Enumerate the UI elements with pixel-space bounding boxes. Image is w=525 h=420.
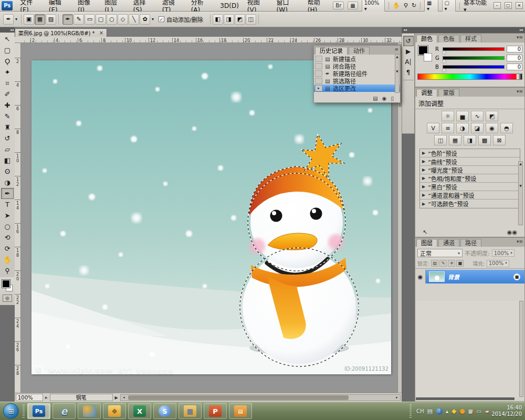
network-icon[interactable]: ▦✕ xyxy=(468,408,473,414)
channel-slider[interactable] xyxy=(443,65,505,69)
auto-add-delete-checkbox[interactable]: ✓ xyxy=(159,16,164,22)
layers-scrollbar[interactable] xyxy=(519,301,523,397)
slider-thumb[interactable] xyxy=(442,68,446,71)
presets-scrollbar[interactable]: ▲▼ xyxy=(518,161,523,225)
expand-arrow-icon[interactable]: ▶ xyxy=(422,184,425,189)
lock-button[interactable]: ▨ xyxy=(431,260,438,267)
status-menu-arrow[interactable]: ▶ xyxy=(115,395,118,400)
minimize-button[interactable]: – xyxy=(494,2,501,9)
menu-item[interactable]: 选择(S) xyxy=(129,0,158,12)
tool-button[interactable]: ⌗ xyxy=(1,78,14,89)
tool-preset-arrow-icon[interactable]: ▾ xyxy=(15,17,17,22)
history-source-well[interactable] xyxy=(315,63,322,69)
volume-muted-icon[interactable]: ◄✕ xyxy=(485,408,489,414)
menu-item[interactable]: 文件(F) xyxy=(16,0,45,12)
collapse-icon[interactable]: ◂◂ xyxy=(403,27,407,33)
menu-item[interactable]: 视图(V) xyxy=(243,0,272,12)
security-tray-icon[interactable]: ◆ xyxy=(452,407,456,415)
taskbar-app-button[interactable]: ▦ xyxy=(178,403,202,419)
hand-tool-icon[interactable]: ✋ xyxy=(393,2,400,9)
taskbar-app-button[interactable]: P xyxy=(204,403,227,419)
adjustment-button[interactable]: ☼ xyxy=(442,111,454,121)
tool-button[interactable]: ✦ xyxy=(1,67,14,78)
history-state-row[interactable]: ▤ 挑选路径 xyxy=(314,77,400,85)
tool-button[interactable]: ✋ xyxy=(1,254,14,265)
expand-arrow-icon[interactable]: ▶ xyxy=(422,151,425,155)
layer-visibility-toggle[interactable]: ◉ xyxy=(415,270,426,284)
menu-item[interactable]: 窗口(W) xyxy=(272,0,303,12)
blend-mode-select[interactable]: 正常 ▾ xyxy=(417,249,463,257)
start-button[interactable]: ⊞ xyxy=(3,403,19,419)
menu-item[interactable]: 编辑(E) xyxy=(45,0,74,12)
taskbar-app-button[interactable]: S xyxy=(153,403,176,419)
tool-button[interactable]: Ǫ xyxy=(1,56,14,67)
zoom-tool-icon[interactable]: ⚲ xyxy=(404,2,408,9)
shape-tool-button[interactable]: ○ xyxy=(107,14,117,25)
dock-panel-icon[interactable]: ▶ xyxy=(403,46,414,57)
rotate-view-icon[interactable]: ↻ xyxy=(412,2,416,9)
document-close-icon[interactable]: × xyxy=(99,30,103,36)
preset-group-row[interactable]: ▶ “色阶”预设 xyxy=(420,149,520,158)
zoom-level-dropdown[interactable]: 100% ▾ xyxy=(362,0,385,13)
history-source-well[interactable] xyxy=(315,85,322,91)
panel-tab[interactable]: 图层 xyxy=(416,239,437,247)
slider-thumb[interactable] xyxy=(442,50,446,54)
tool-button[interactable]: ✐ xyxy=(1,89,14,100)
display-icon[interactable]: ▭ xyxy=(476,408,481,414)
tool-button[interactable]: ▢ xyxy=(1,45,14,56)
shape-tool-button[interactable]: ✿ xyxy=(140,14,150,25)
channel-slider[interactable] xyxy=(443,56,505,60)
adjustment-button[interactable]: ▩ xyxy=(478,135,491,145)
tool-preset-picker[interactable]: ✒ xyxy=(3,14,14,25)
menu-item[interactable]: 3D(D) xyxy=(216,0,243,12)
fill-field[interactable]: 100%▾ xyxy=(487,260,509,267)
panel-tab[interactable]: 色板 xyxy=(438,35,459,43)
adjustment-button[interactable]: ◪ xyxy=(471,123,484,133)
lock-button[interactable]: ■ xyxy=(456,260,464,267)
clock[interactable]: 16:40 2014/12/20 xyxy=(491,405,522,417)
tool-button[interactable]: ◧ xyxy=(1,155,14,166)
path-combine-button[interactable]: ◩ xyxy=(235,14,245,25)
adjustment-button[interactable]: ≡ xyxy=(442,123,454,133)
history-source-well[interactable] xyxy=(315,70,322,77)
scroll-left-arrow[interactable]: ◂ xyxy=(121,395,127,401)
shape-tool-button[interactable]: ▭ xyxy=(85,14,95,25)
taskbar-app-button[interactable]: X xyxy=(128,403,151,419)
channel-slider[interactable] xyxy=(443,47,505,51)
path-combine-button[interactable]: ◨ xyxy=(224,14,234,25)
adjustment-button[interactable]: ◨ xyxy=(464,135,476,145)
scrollbar-thumb[interactable] xyxy=(128,395,349,400)
channel-value-field[interactable]: 0 xyxy=(507,55,522,61)
expand-arrow-icon[interactable]: ▶ xyxy=(422,202,425,206)
input-helper-icon[interactable]: ? xyxy=(436,408,443,415)
expand-arrow-icon[interactable]: ▶ xyxy=(422,159,425,164)
screen-mode-button[interactable]: ▢ ▾ xyxy=(442,0,456,13)
tool-button[interactable]: ⟳ xyxy=(1,243,14,254)
panel-tab[interactable]: 蒙版 xyxy=(438,89,459,97)
taskbar-app-button[interactable]: Ps xyxy=(27,403,50,419)
panel-menu-icon[interactable]: ▾≡ xyxy=(517,35,523,40)
arrange-documents-button[interactable]: ▦ ▾ xyxy=(424,0,438,13)
tool-button[interactable]: ✎ xyxy=(1,111,14,122)
restore-button[interactable]: ▢ xyxy=(505,2,512,9)
adjustment-button[interactable]: ◫ xyxy=(434,135,447,145)
tool-button[interactable]: ♜ xyxy=(1,122,14,133)
panel-tab[interactable]: 路径 xyxy=(460,239,481,247)
shape-tool-button[interactable]: ✎ xyxy=(74,14,84,25)
view-extras-button[interactable]: ▦ xyxy=(348,2,358,9)
tools-collapse-button[interactable]: ◂◂ xyxy=(0,27,15,33)
preset-group-row[interactable]: ▶ “黑白”预设 xyxy=(420,183,520,191)
dock-panel-icon[interactable]: ↺ xyxy=(403,36,414,46)
tool-button[interactable]: ○ xyxy=(1,221,14,232)
adjustment-button[interactable]: ⊠ xyxy=(493,135,506,145)
history-source-well[interactable] xyxy=(315,78,322,84)
document-tab[interactable]: 案例6.jpg @ 100%(RGB/8#) * × xyxy=(15,28,107,37)
panel-menu-icon[interactable]: ≡ xyxy=(394,47,398,52)
new-snapshot-icon[interactable]: ◉ xyxy=(382,96,387,101)
menu-item[interactable]: 图层(L) xyxy=(100,0,129,12)
close-button[interactable]: ✕ xyxy=(516,2,523,9)
adjustment-button[interactable]: V xyxy=(427,123,439,133)
history-state-row[interactable]: ▤ 选区更改 xyxy=(314,85,400,92)
show-hidden-icons[interactable]: ▴ xyxy=(446,408,448,414)
history-scrollbar[interactable]: ▲▼ xyxy=(395,54,400,93)
